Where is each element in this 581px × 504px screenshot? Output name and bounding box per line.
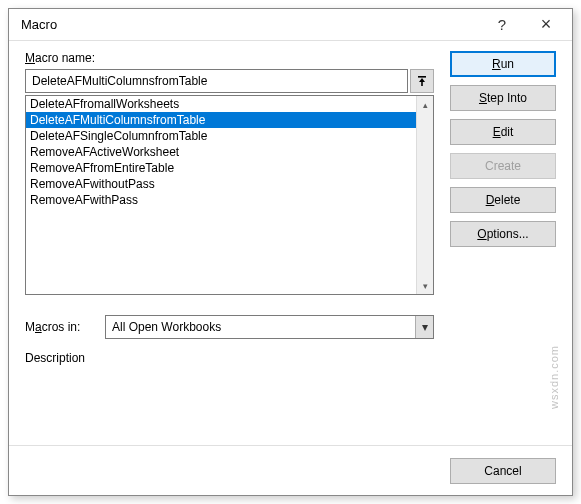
- left-panel: Macro name: DeleteAFfromallWorksheetsDel…: [25, 51, 434, 433]
- list-item[interactable]: RemoveAFwithPass: [26, 192, 416, 208]
- run-button[interactable]: Run: [450, 51, 556, 77]
- list-item[interactable]: RemoveAFwithoutPass: [26, 176, 416, 192]
- delete-button[interactable]: Delete: [450, 187, 556, 213]
- step-into-button[interactable]: Step Into: [450, 85, 556, 111]
- right-button-panel: Run Step Into Edit Create Delete Options…: [450, 51, 556, 433]
- list-item[interactable]: DeleteAFfromallWorksheets: [26, 96, 416, 112]
- scrollbar[interactable]: ▴ ▾: [416, 96, 433, 294]
- macro-dialog: Macro ? × Macro name: DeleteAFfromallWor…: [8, 8, 573, 496]
- macro-name-row: [25, 69, 434, 93]
- list-item[interactable]: RemoveAFActiveWorksheet: [26, 144, 416, 160]
- dialog-title: Macro: [21, 17, 480, 32]
- dialog-footer: Cancel: [9, 445, 572, 495]
- macros-in-combo[interactable]: All Open Workbooks ▾: [105, 315, 434, 339]
- scroll-up-arrow[interactable]: ▴: [417, 96, 434, 113]
- dialog-body: Macro name: DeleteAFfromallWorksheetsDel…: [9, 41, 572, 445]
- create-button: Create: [450, 153, 556, 179]
- macro-listbox[interactable]: DeleteAFfromallWorksheetsDeleteAFMultiCo…: [25, 95, 434, 295]
- close-button[interactable]: ×: [524, 11, 568, 39]
- macro-name-input[interactable]: [25, 69, 408, 93]
- list-item[interactable]: DeleteAFSingleColumnfromTable: [26, 128, 416, 144]
- macro-name-label: Macro name:: [25, 51, 434, 65]
- macros-in-label: Macros in:: [25, 320, 97, 334]
- list-item[interactable]: RemoveAFfromEntireTable: [26, 160, 416, 176]
- macros-in-value: All Open Workbooks: [106, 320, 415, 334]
- macros-in-row: Macros in: All Open Workbooks ▾: [25, 315, 434, 339]
- combo-dropdown-button[interactable]: ▾: [415, 316, 433, 338]
- jump-to-button[interactable]: [410, 69, 434, 93]
- list-item[interactable]: DeleteAFMultiColumnsfromTable: [26, 112, 416, 128]
- cancel-button[interactable]: Cancel: [450, 458, 556, 484]
- arrow-up-bar-icon: [416, 75, 428, 87]
- edit-button[interactable]: Edit: [450, 119, 556, 145]
- macro-list-inner: DeleteAFfromallWorksheetsDeleteAFMultiCo…: [26, 96, 416, 294]
- chevron-down-icon: ▾: [422, 320, 428, 334]
- watermark: wsxdn.com: [548, 345, 560, 409]
- titlebar: Macro ? ×: [9, 9, 572, 41]
- help-button[interactable]: ?: [480, 11, 524, 39]
- svg-rect-0: [418, 76, 426, 78]
- description-label: Description: [25, 351, 434, 365]
- options-button[interactable]: Options...: [450, 221, 556, 247]
- scroll-down-arrow[interactable]: ▾: [417, 277, 434, 294]
